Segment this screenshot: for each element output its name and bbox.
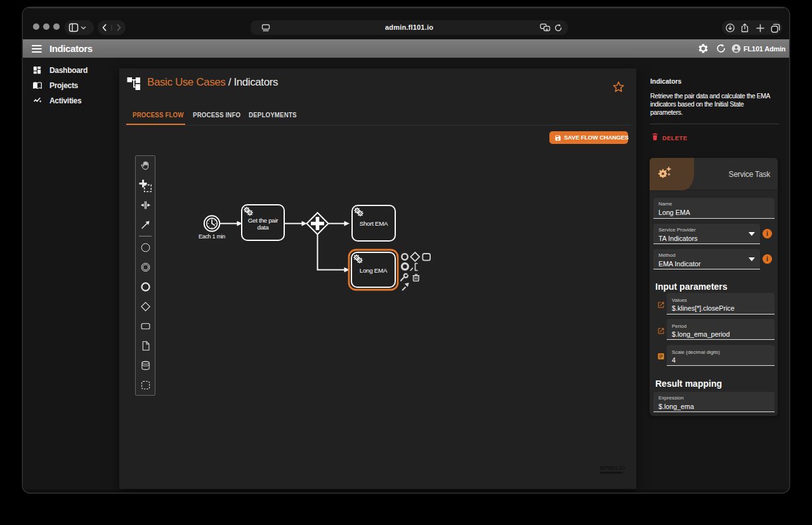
svg-text:Short EMA: Short EMA (360, 220, 388, 227)
svg-text:BPMN.iO: BPMN.iO (600, 464, 625, 471)
svg-text:Each 1 min: Each 1 min (199, 233, 225, 240)
svg-text:data: data (258, 224, 270, 231)
svg-text:Get the pair: Get the pair (248, 217, 279, 224)
svg-text:Long EMA: Long EMA (360, 267, 388, 274)
